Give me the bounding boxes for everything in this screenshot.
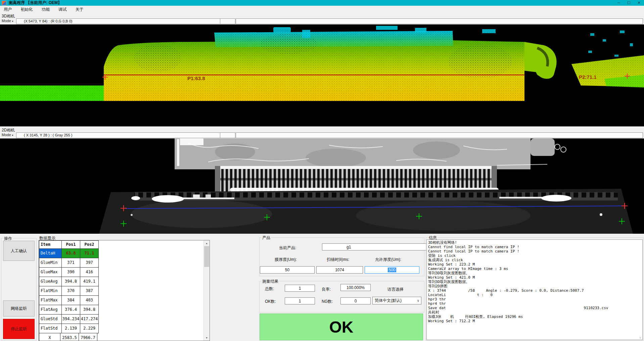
table-row-glueavg[interactable]: GlueAvg 394.8 419.1 [39,277,99,286]
heightmap-3d-image: P1:63.8 P2:71.1 [0,24,644,126]
cell-pos1: 390 [62,268,80,277]
chevron-down-icon: ▾ [12,134,13,137]
log-line: hpr4 thr [428,301,642,306]
scan-time-field[interactable]: 1074 [316,266,363,274]
language-select[interactable]: 简体中文(默认) ∨ [372,297,421,304]
cell-pos1: 2.139 [62,324,80,333]
stop-listen-button[interactable]: 停止监听 [3,319,35,339]
cell-pos1: 370 [62,286,80,296]
cell-item: GlueStd [39,315,62,324]
scrollbar-thumb[interactable] [204,246,209,267]
data-table-grid: Item Pos1 Pos2 DeltaH 63.8 71.1 GlueMin … [39,240,99,341]
scroll-up-icon[interactable]: ▲ [204,240,210,246]
cell-item: FlatStd [39,324,62,333]
cell-item: GlueMin [39,258,62,268]
cell-pos2: 397 [80,258,99,268]
app-icon [2,1,6,5]
table-row-flatmax[interactable]: FlatMax 384 403 [39,296,99,305]
log-line: LocateLi t : 0 [428,293,642,297]
table-row-gluemin[interactable]: GlueMin 371 397 [39,258,99,268]
manual-confirm-button[interactable]: 人工确认 [3,241,35,261]
minimize-icon[interactable]: ─ [614,0,624,6]
info-log[interactable]: 3D相机没有网络! Cannot find local IP to match … [426,239,643,340]
log-line: Save dat 9110233.csv [428,306,642,310]
cell-pos1: 2583.5 [60,333,79,341]
col-header-item: Item [39,241,62,249]
cell-pos2: 71.1 [80,249,99,258]
2d-status-separator [220,132,235,138]
menu-item-about[interactable]: 关于 [72,6,87,12]
table-row-flatstd[interactable]: FlatStd 2.139 2.229 [39,324,99,333]
cell-pos1: 394.8 [62,277,80,286]
2d-mode-label: Mode [2,133,11,137]
2d-mode-dropdown[interactable]: Mode ▾ [2,133,13,137]
cell-pos2: 387 [80,286,99,296]
network-listen-button[interactable]: 网络监听 [3,300,35,317]
log-line: Working Set : 712.2 M [428,319,642,323]
yield-field[interactable]: 100.000% [340,284,371,291]
language-select-value: 简体中文(默认) [375,298,402,303]
cell-pos1: 63.8 [62,249,80,258]
maximize-icon[interactable]: ☐ [624,0,634,6]
table-row-gluestd[interactable]: GlueStd 394.234 417.274 [39,315,99,324]
log-line: 共耗时 [428,310,642,315]
3d-mode-label: Mode [2,19,11,23]
p1-measurement-label: P1:63.8 [187,75,205,81]
cell-item: FlatMin [39,286,62,296]
menu-item-user[interactable]: 用户 [0,6,15,12]
scroll-down-icon[interactable]: ∨ [639,336,641,339]
window-title: 测高程序 【当前用户: OEM】 [9,0,62,6]
ok-count-field[interactable]: 1 [285,297,315,304]
total-field[interactable]: 1 [285,285,315,292]
table-row-flatavg[interactable]: FlatAvg 376.4 394.8 [39,305,99,315]
2d-status-extension [236,132,643,138]
table-row-gluemax[interactable]: GlueMax 390 416 [39,268,99,277]
cell-item: FlatMax [39,296,62,305]
3d-status-extension [236,18,643,24]
menu-item-init[interactable]: 初始化 [17,6,36,12]
3d-camera-viewport[interactable]: P1:63.8 P2:71.1 [0,24,644,126]
cell-pos1: 376.4 [62,305,80,315]
3d-mode-dropdown[interactable]: Mode ▾ [2,19,13,23]
log-line: 3D相机没有网络! [428,240,642,245]
cell-pos2: 2.229 [80,324,99,333]
2d-cursor-status: ( X 3145, Y 28 ) : ( Gray 255 ) [16,132,227,138]
3d-mode-row: Mode ▾ (X 5473, Y 84) : (R 0,G 0,B 0) [0,18,644,24]
log-line: Working Set : 421.0 M [428,275,642,280]
chevron-down-icon: ∨ [417,297,419,304]
table-scrollbar[interactable]: ▲ ▼ [203,240,210,341]
product-group-label: 产品 [261,235,271,241]
table-row-flatmin[interactable]: FlatMin 370 387 [39,286,99,296]
scroll-down-icon[interactable]: ▼ [204,335,210,341]
log-line: 集成调试 is click [428,258,642,262]
log-line: Working Set : 223.2 M [428,262,642,267]
allow-thickness-field[interactable]: 500 [365,266,419,274]
menu-bar: 用户 初始化 功能 调试 关于 [0,6,644,13]
film-thickness-label: 膜厚度(Um): [275,257,297,263]
cell-pos2: 417.274 [80,315,99,324]
2d-mode-row: Mode ▾ ( X 3145, Y 28 ) : ( Gray 255 ) [0,132,644,138]
p2-measurement-label: P2:71.1 [579,74,597,80]
table-row-deltah[interactable]: DeltaH 63.8 71.1 [39,249,99,258]
cell-pos2: 394.8 [80,305,99,315]
close-icon[interactable]: ✕ [634,0,644,6]
data-table: Item Pos1 Pos2 DeltaH 63.8 71.1 GlueMin … [39,240,210,341]
title-bar: 测高程序 【当前用户: OEM】 ─ ☐ ✕ [0,0,644,6]
cell-item: X [39,333,60,341]
log-line: hpr3 thr [428,297,642,301]
menu-item-function[interactable]: 功能 [38,6,53,12]
menu-item-debug[interactable]: 调试 [55,6,70,12]
result-group-label: 测量结果 [261,279,279,284]
ng-count-field[interactable]: 0 [340,297,371,304]
2d-camera-viewport[interactable] [0,138,644,234]
log-line: 加载3张 机 行AOI检查, Elapsed 19296 ms [428,315,642,319]
ok-count-label: OK数: [265,299,276,304]
film-thickness-field[interactable]: 50 [260,266,315,274]
result-status-banner: OK [260,314,423,340]
window-controls: ─ ☐ ✕ [614,0,644,6]
table-row-x[interactable]: X 2583.5 7966.7 [39,333,99,341]
language-label: 语言选择 [387,287,404,292]
col-header-pos2: Pos2 [80,241,99,249]
log-line: 登陆 is click [428,253,642,258]
allow-thickness-label: 允许厚度(Um): [375,257,401,263]
